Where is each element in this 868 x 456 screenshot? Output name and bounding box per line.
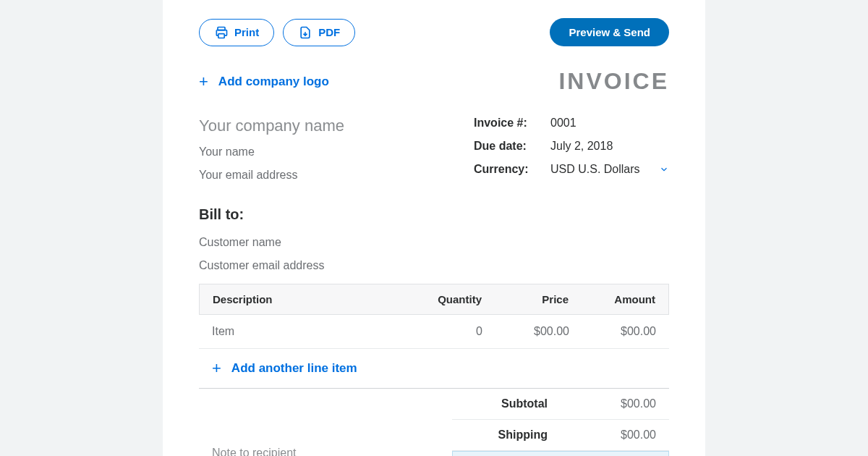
- note-column: Note to recipient: [199, 389, 452, 456]
- add-line-item-button[interactable]: + Add another line item: [199, 349, 370, 388]
- invoice-title: INVOICE: [558, 68, 669, 95]
- totals-section: Note to recipient Subtotal $00.00 Shippi…: [199, 389, 669, 456]
- header-quantity: Quantity: [417, 293, 482, 305]
- bill-to-heading: Bill to:: [199, 206, 669, 223]
- pdf-button[interactable]: PDF: [283, 19, 355, 46]
- company-column: Your company name Your name Your email a…: [199, 117, 445, 192]
- note-field[interactable]: Note to recipient: [199, 447, 452, 456]
- logo-row: + Add company logo INVOICE: [199, 68, 669, 95]
- table-header: Description Quantity Price Amount: [199, 284, 669, 315]
- add-company-logo-button[interactable]: + Add company logo: [199, 74, 329, 90]
- shipping-value: $00.00: [569, 428, 656, 442]
- shipping-row: Shipping $00.00: [452, 420, 669, 451]
- meta-column: Invoice #: 0001 Due date: July 2, 2018 C…: [474, 117, 669, 192]
- subtotal-label: Subtotal: [465, 397, 569, 410]
- preview-send-button[interactable]: Preview & Send: [550, 18, 669, 46]
- customer-name-field[interactable]: Customer name: [199, 236, 669, 249]
- invoice-page: Print PDF Preview & Send + Add company l…: [163, 0, 705, 456]
- due-date-row: Due date: July 2, 2018: [474, 140, 669, 153]
- invoice-number-row: Invoice #: 0001: [474, 117, 669, 130]
- item-description-field[interactable]: Item: [212, 325, 417, 338]
- invoice-number-label: Invoice #:: [474, 117, 537, 130]
- left-actions: Print PDF: [199, 19, 355, 46]
- print-icon: [214, 25, 229, 40]
- item-amount-value: $00.00: [569, 325, 656, 338]
- subtotal-row: Subtotal $00.00: [452, 389, 669, 420]
- item-quantity-field[interactable]: 0: [417, 325, 482, 338]
- table-row: Item 0 $00.00 $00.00: [199, 315, 669, 349]
- header-amount: Amount: [569, 293, 655, 305]
- due-date-label: Due date:: [474, 140, 537, 153]
- add-line-label: Add another line item: [231, 361, 357, 376]
- currency-row: Currency: USD U.S. Dollars: [474, 163, 669, 176]
- print-label: Print: [234, 26, 259, 38]
- details-row: Your company name Your name Your email a…: [199, 117, 669, 192]
- chevron-down-icon[interactable]: [659, 164, 669, 174]
- add-logo-label: Add company logo: [218, 75, 329, 89]
- currency-select[interactable]: USD U.S. Dollars: [550, 163, 669, 176]
- company-name-field[interactable]: Your company name: [199, 117, 445, 135]
- pdf-label: PDF: [318, 26, 340, 38]
- top-actions-bar: Print PDF Preview & Send: [199, 18, 669, 46]
- header-description: Description: [213, 293, 417, 305]
- svg-rect-1: [218, 33, 224, 38]
- currency-label: Currency:: [474, 163, 537, 176]
- header-price: Price: [482, 293, 569, 305]
- plus-icon: +: [199, 74, 208, 90]
- subtotal-value: $00.00: [569, 397, 656, 410]
- customer-email-field[interactable]: Customer email address: [199, 259, 669, 272]
- item-price-field[interactable]: $00.00: [482, 325, 569, 338]
- line-items-table: Description Quantity Price Amount Item 0…: [199, 284, 669, 389]
- invoice-number-field[interactable]: 0001: [550, 117, 669, 130]
- due-date-field[interactable]: July 2, 2018: [550, 140, 669, 153]
- grand-total-row: Total $00.00 USD: [452, 451, 669, 456]
- your-name-field[interactable]: Your name: [199, 145, 445, 159]
- totals-column: Subtotal $00.00 Shipping $00.00 Total $0…: [452, 389, 669, 456]
- pdf-icon: [298, 25, 312, 40]
- your-email-field[interactable]: Your email address: [199, 169, 445, 182]
- print-button[interactable]: Print: [199, 19, 274, 46]
- shipping-label: Shipping: [465, 428, 569, 442]
- plus-icon: +: [212, 360, 221, 376]
